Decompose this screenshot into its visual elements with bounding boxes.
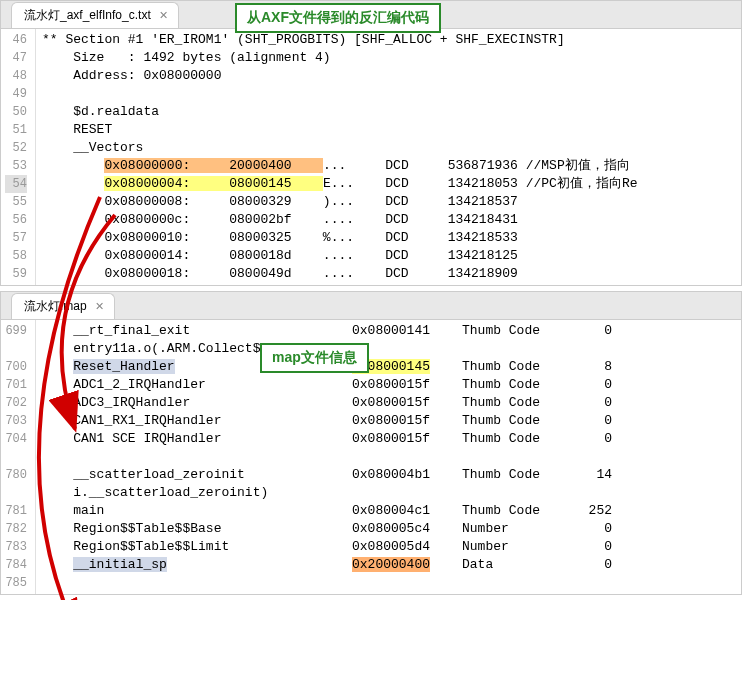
line-number: 52 [5,139,27,157]
line-number: 56 [5,211,27,229]
code-line: CAN1_RX1_IRQHandler0x0800015fThumb Code0 [36,412,741,430]
tab-bar-bottom: 流水灯.map ✕ [1,292,741,320]
code-line: 0x08000008: 08000329 )... DCD 134218537 [36,193,741,211]
code-line: RESET [36,121,741,139]
line-number: 58 [5,247,27,265]
line-number: 59 [5,265,27,283]
close-icon[interactable]: ✕ [159,9,168,22]
line-number: 780 [5,466,27,484]
code-line: Region$$Table$$Base0x080005c4Number0 [36,520,741,538]
line-number: 783 [5,538,27,556]
tab-axf[interactable]: 流水灯_axf_elfInfo_c.txt ✕ [11,2,179,28]
line-number [5,448,27,466]
line-number: 48 [5,67,27,85]
code-line: Region$$Table$$Limit0x080005d4Number0 [36,538,741,556]
code-line: Address: 0x08000000 [36,67,741,85]
code-line: 0x08000004: 08000145 E... DCD 134218053 … [36,175,741,193]
close-icon[interactable]: ✕ [95,300,104,313]
code-line: Reset_Handler0x08000145Thumb Code8 [36,358,741,376]
annotation-mid: map文件信息 [260,343,369,373]
code-line [36,85,741,103]
code-line: __Vectors [36,139,741,157]
line-number: 703 [5,412,27,430]
line-number: 55 [5,193,27,211]
line-number: 701 [5,376,27,394]
code-area-bottom: 699 700701702703704 780 781782783784785 … [1,320,741,594]
line-number: 54 [5,175,27,193]
tab-map[interactable]: 流水灯.map ✕ [11,293,115,319]
tab-label: 流水灯.map [24,298,87,315]
code-line: 0x08000010: 08000325 %... DCD 134218533 [36,229,741,247]
line-number: 49 [5,85,27,103]
code-line [36,574,741,592]
line-number: 47 [5,49,27,67]
gutter-top: 4647484950515253545556575859 [1,29,36,285]
code-line: ADC1_2_IRQHandler0x0800015fThumb Code0 [36,376,741,394]
code-line: main0x080004c1Thumb Code252 [36,502,741,520]
gutter-bottom: 699 700701702703704 780 781782783784785 [1,320,36,594]
code-content-bottom[interactable]: __rt_final_exit0x08000141Thumb Code0 ent… [36,320,741,594]
code-line: 0x08000014: 0800018d .... DCD 134218125 [36,247,741,265]
line-number: 53 [5,157,27,175]
code-line: entry11a.o(.ARM.Collect$$$$0000000F) [36,340,741,358]
code-line [36,448,741,466]
line-number: 785 [5,574,27,592]
line-number: 699 [5,322,27,340]
tab-label: 流水灯_axf_elfInfo_c.txt [24,7,151,24]
code-content-top[interactable]: ** Section #1 'ER_IROM1' (SHT_PROGBITS) … [36,29,741,285]
line-number [5,340,27,358]
line-number: 784 [5,556,27,574]
line-number: 57 [5,229,27,247]
line-number: 782 [5,520,27,538]
line-number [5,484,27,502]
code-area-top: 4647484950515253545556575859 ** Section … [1,29,741,285]
code-line: __scatterload_zeroinit0x080004b1Thumb Co… [36,466,741,484]
line-number: 46 [5,31,27,49]
line-number: 704 [5,430,27,448]
editor-pane-map: 流水灯.map ✕ 699 700701702703704 780 781782… [0,291,742,595]
code-line: 0x0800000c: 080002bf .... DCD 134218431 [36,211,741,229]
code-line: $d.realdata [36,103,741,121]
line-number: 702 [5,394,27,412]
annotation-top: 从AXF文件得到的反汇编代码 [235,3,441,33]
code-line: ** Section #1 'ER_IROM1' (SHT_PROGBITS) … [36,31,741,49]
code-line: Size : 1492 bytes (alignment 4) [36,49,741,67]
code-line: ADC3_IRQHandler0x0800015fThumb Code0 [36,394,741,412]
editor-pane-axf: 流水灯_axf_elfInfo_c.txt ✕ 4647484950515253… [0,0,742,286]
code-line: CAN1 SCE IRQHandler0x0800015fThumb Code0 [36,430,741,448]
code-line: __rt_final_exit0x08000141Thumb Code0 [36,322,741,340]
line-number: 50 [5,103,27,121]
line-number: 51 [5,121,27,139]
code-line: i.__scatterload_zeroinit) [36,484,741,502]
line-number: 781 [5,502,27,520]
code-line: 0x08000000: 20000400 ... DCD 536871936 /… [36,157,741,175]
line-number: 700 [5,358,27,376]
code-line: 0x08000018: 0800049d .... DCD 134218909 [36,265,741,283]
code-line: __initial_sp0x20000400Data0 [36,556,741,574]
